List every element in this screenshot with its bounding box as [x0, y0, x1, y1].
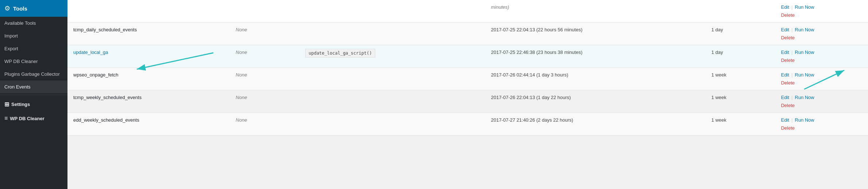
sidebar-section-wp-db-cleaner[interactable]: ≡ WP DB Cleaner	[0, 111, 67, 125]
sidebar-item-plugins-garbage-collector[interactable]: Plugins Garbage Collector	[0, 68, 67, 80]
next-run-cell: minutes)	[485, 0, 705, 23]
args-cell: None	[230, 45, 299, 68]
table-row: update_local_ga None update_local_ga_scr…	[67, 45, 868, 68]
edit-link[interactable]: Edit	[781, 49, 789, 56]
actions-line: Edit | Run Now	[781, 26, 862, 34]
actions-block: Edit | Run Now Delete	[781, 49, 862, 64]
settings-icon: ⊞	[4, 101, 9, 108]
callback-cell	[299, 90, 485, 113]
actions-cell: Edit | Run Now Delete	[775, 113, 868, 135]
delete-line: Delete	[781, 102, 862, 109]
next-run-cell: 2017-07-26 22:04:13 (1 day 22 hours)	[485, 90, 705, 113]
args-cell	[230, 0, 299, 23]
next-run-cell: 2017-07-27 21:40:26 (2 days 22 hours)	[485, 113, 705, 135]
callback-cell	[299, 113, 485, 135]
actions-line-1: Edit | Run Now	[781, 4, 862, 11]
table-row: wpseo_onpage_fetch None 2017-07-26 02:44…	[67, 68, 868, 90]
delete-link[interactable]: Delete	[781, 12, 795, 18]
table-row-partial: minutes) Edit | Run Now Delete	[67, 0, 868, 23]
sidebar-divider-1	[0, 95, 67, 95]
actions-cell: Edit | Run Now Delete	[775, 45, 868, 68]
callback-cell: update_local_ga_script()	[299, 45, 485, 68]
hook-link[interactable]: update_local_ga	[73, 50, 108, 55]
callback-cell	[299, 23, 485, 45]
delete-line: Delete	[781, 57, 862, 64]
actions-block: Edit | Run Now Delete	[781, 117, 862, 131]
hook-name-cell: tcmp_daily_scheduled_events	[67, 23, 230, 45]
edit-link[interactable]: Edit	[781, 94, 789, 101]
run-now-link[interactable]: Run Now	[795, 94, 814, 101]
callback-badge: update_local_ga_script()	[305, 49, 375, 58]
sidebar-item-wp-db-cleaner[interactable]: WP DB Cleaner	[0, 55, 67, 68]
table-row: tcmp_daily_scheduled_events None 2017-07…	[67, 23, 868, 45]
actions-line: Edit | Run Now	[781, 94, 862, 101]
cron-events-table: minutes) Edit | Run Now Delete	[67, 0, 868, 135]
actions-cell: Edit | Run Now Delete	[775, 23, 868, 45]
recurrence-cell: 1 week	[706, 68, 775, 90]
delete-link[interactable]: Delete	[781, 125, 795, 131]
sidebar-header: ⚙ Tools	[0, 0, 67, 17]
next-run-cell: 2017-07-26 02:44:14 (1 day 3 hours)	[485, 68, 705, 90]
next-run-cell: 2017-07-25 22:04:13 (22 hours 56 minutes…	[485, 23, 705, 45]
actions-line: Edit | Run Now	[781, 71, 862, 79]
hook-name-cell	[67, 0, 230, 23]
hook-name-cell: edd_weekly_scheduled_events	[67, 113, 230, 135]
run-now-link[interactable]: Run Now	[795, 117, 814, 124]
sidebar-section-settings[interactable]: ⊞ Settings	[0, 97, 67, 111]
hook-name-cell: update_local_ga	[67, 45, 230, 68]
actions-block: Edit | Run Now Delete	[781, 71, 862, 86]
edit-link[interactable]: Edit	[781, 71, 789, 79]
delete-link[interactable]: Delete	[781, 58, 795, 63]
delete-line: Delete	[781, 79, 862, 87]
sidebar: ⚙ Tools Available Tools Import Export WP…	[0, 0, 67, 189]
delete-link[interactable]: Delete	[781, 80, 795, 86]
table-row: edd_weekly_scheduled_events None 2017-07…	[67, 113, 868, 135]
table-row: tcmp_weekly_scheduled_events None 2017-0…	[67, 90, 868, 113]
sidebar-item-import[interactable]: Import	[0, 29, 67, 42]
run-now-link[interactable]: Run Now	[795, 49, 814, 56]
edit-link[interactable]: Edit	[781, 4, 789, 11]
cron-events-table-container: minutes) Edit | Run Now Delete	[67, 0, 868, 135]
actions-cell: Edit | Run Now Delete	[775, 0, 868, 23]
delete-link[interactable]: Delete	[781, 35, 795, 40]
delete-line: Delete	[781, 34, 862, 42]
callback-cell	[299, 68, 485, 90]
callback-cell	[299, 0, 485, 23]
recurrence-cell: 1 day	[706, 23, 775, 45]
delete-link[interactable]: Delete	[781, 103, 795, 108]
edit-link[interactable]: Edit	[781, 26, 789, 34]
sidebar-title: Tools	[13, 5, 27, 12]
delete-line: Delete	[781, 12, 862, 19]
tools-icon: ⚙	[4, 4, 10, 12]
sidebar-item-export[interactable]: Export	[0, 42, 67, 55]
sidebar-item-available-tools[interactable]: Available Tools	[0, 17, 67, 29]
run-now-link[interactable]: Run Now	[795, 4, 814, 11]
recurrence-cell: 1 day	[706, 45, 775, 68]
args-cell: None	[230, 113, 299, 135]
actions-line: Edit | Run Now	[781, 117, 862, 124]
main-content: minutes) Edit | Run Now Delete	[67, 0, 868, 189]
actions-line: Edit | Run Now	[781, 49, 862, 56]
recurrence-cell	[706, 0, 775, 23]
args-cell: None	[230, 23, 299, 45]
args-cell: None	[230, 90, 299, 113]
db-cleaner-icon: ≡	[4, 115, 8, 122]
delete-line: Delete	[781, 125, 862, 132]
run-now-link[interactable]: Run Now	[795, 71, 814, 79]
actions-block: Edit | Run Now Delete	[781, 4, 862, 19]
edit-link[interactable]: Edit	[781, 117, 789, 124]
actions-cell: Edit | Run Now Delete	[775, 90, 868, 113]
run-now-link[interactable]: Run Now	[795, 26, 814, 34]
actions-cell: Edit | Run Now Delete	[775, 68, 868, 90]
next-run-cell: 2017-07-25 22:46:38 (23 hours 38 minutes…	[485, 45, 705, 68]
actions-block: Edit | Run Now Delete	[781, 94, 862, 109]
hook-name-cell: wpseo_onpage_fetch	[67, 68, 230, 90]
recurrence-cell: 1 week	[706, 113, 775, 135]
args-cell: None	[230, 68, 299, 90]
hook-name-cell: tcmp_weekly_scheduled_events	[67, 90, 230, 113]
actions-block: Edit | Run Now Delete	[781, 26, 862, 41]
recurrence-cell: 1 week	[706, 90, 775, 113]
sidebar-item-cron-events[interactable]: Cron Events	[0, 80, 67, 93]
